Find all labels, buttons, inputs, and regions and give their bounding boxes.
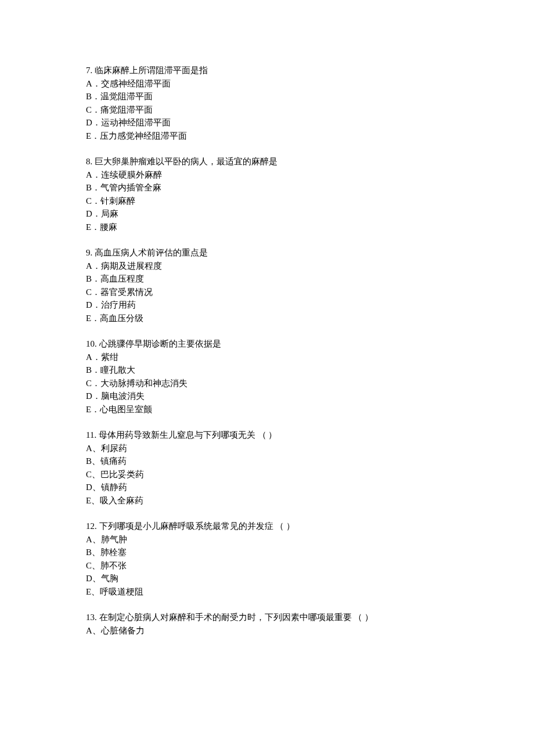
question-text: 下列哪项是小儿麻醉呼吸系统最常见的并发症 （ ） <box>99 521 295 531</box>
question-stem: 13. 在制定心脏病人对麻醉和手术的耐受力时，下列因素中哪项最重要 （ ） <box>86 611 448 624</box>
question-stem: 9. 高血压病人术前评估的重点是 <box>86 246 448 260</box>
question-number: 11. <box>86 430 96 440</box>
question-option: D、气胸 <box>86 572 448 585</box>
question-stem: 7. 临床麻醉上所谓阻滞平面是指 <box>86 64 448 77</box>
question-number: 8. <box>86 157 92 166</box>
question-option: E．压力感觉神经阻滞平面 <box>86 129 448 143</box>
question-number: 9. <box>86 248 92 257</box>
question-stem: 10. 心跳骤停早期诊断的主要依据是 <box>86 337 448 351</box>
question-number: 7. <box>86 66 92 75</box>
question-stem: 12. 下列哪项是小儿麻醉呼吸系统最常见的并发症 （ ） <box>86 520 448 533</box>
question-number: 10. <box>86 339 97 348</box>
question-option: E、呼吸道梗阻 <box>86 585 448 599</box>
question-text: 母体用药导致新生儿窒息与下列哪项无关 （ ） <box>99 430 277 440</box>
question-stem: 8. 巨大卵巢肿瘤难以平卧的病人，最适宜的麻醉是 <box>86 155 448 168</box>
question-11: 11. 母体用药导致新生儿窒息与下列哪项无关 （ ） A、利尿药 B、镇痛药 C… <box>86 429 448 507</box>
question-option: B．气管内插管全麻 <box>86 181 448 195</box>
question-option: B、镇痛药 <box>86 455 448 468</box>
question-stem: 11. 母体用药导致新生儿窒息与下列哪项无关 （ ） <box>86 429 448 442</box>
question-option: A．病期及进展程度 <box>86 260 448 273</box>
question-option: A、心脏储备力 <box>86 624 448 638</box>
question-text: 在制定心脏病人对麻醉和手术的耐受力时，下列因素中哪项最重要 （ ） <box>99 613 374 622</box>
question-option: C、巴比妥类药 <box>86 468 448 481</box>
question-option: B．温觉阻滞平面 <box>86 90 448 103</box>
question-number: 13. <box>86 613 97 622</box>
question-text: 临床麻醉上所谓阻滞平面是指 <box>95 66 208 75</box>
question-option: B．高血压程度 <box>86 272 448 286</box>
question-option: A．紫绀 <box>86 351 448 364</box>
question-option: A．连续硬膜外麻醉 <box>86 168 448 182</box>
question-option: D．脑电波消失 <box>86 390 448 403</box>
question-option: D．运动神经阻滞平面 <box>86 116 448 129</box>
question-option: C．针刺麻醉 <box>86 195 448 208</box>
question-option: D、镇静药 <box>86 481 448 494</box>
question-option: C．痛觉阻滞平面 <box>86 103 448 117</box>
question-9: 9. 高血压病人术前评估的重点是 A．病期及进展程度 B．高血压程度 C．器官受… <box>86 246 448 325</box>
question-option: D．局麻 <box>86 207 448 221</box>
question-option: E、吸入全麻药 <box>86 494 448 507</box>
question-option: B、肺栓塞 <box>86 546 448 559</box>
question-12: 12. 下列哪项是小儿麻醉呼吸系统最常见的并发症 （ ） A、肺气肿 B、肺栓塞… <box>86 520 448 598</box>
question-10: 10. 心跳骤停早期诊断的主要依据是 A．紫绀 B．瞳孔散大 C．大动脉搏动和神… <box>86 337 448 416</box>
question-option: E．心电图呈室颤 <box>86 403 448 416</box>
question-text: 心跳骤停早期诊断的主要依据是 <box>99 339 221 348</box>
question-text: 巨大卵巢肿瘤难以平卧的病人，最适宜的麻醉是 <box>95 157 277 166</box>
question-number: 12. <box>86 521 97 531</box>
question-option: C．大动脉搏动和神志消失 <box>86 377 448 390</box>
question-7: 7. 临床麻醉上所谓阻滞平面是指 A．交感神经阻滞平面 B．温觉阻滞平面 C．痛… <box>86 64 448 142</box>
question-option: A．交感神经阻滞平面 <box>86 77 448 91</box>
document-page: 7. 临床麻醉上所谓阻滞平面是指 A．交感神经阻滞平面 B．温觉阻滞平面 C．痛… <box>0 0 534 756</box>
question-option: E．腰麻 <box>86 221 448 234</box>
question-option: D．治疗用药 <box>86 298 448 312</box>
question-option: A、肺气肿 <box>86 533 448 546</box>
question-13: 13. 在制定心脏病人对麻醉和手术的耐受力时，下列因素中哪项最重要 （ ） A、… <box>86 611 448 637</box>
question-text: 高血压病人术前评估的重点是 <box>95 248 208 257</box>
question-8: 8. 巨大卵巢肿瘤难以平卧的病人，最适宜的麻醉是 A．连续硬膜外麻醉 B．气管内… <box>86 155 448 233</box>
question-option: A、利尿药 <box>86 442 448 455</box>
question-option: C．器官受累情况 <box>86 286 448 299</box>
question-option: C、肺不张 <box>86 559 448 573</box>
question-option: B．瞳孔散大 <box>86 363 448 377</box>
question-option: E．高血压分级 <box>86 312 448 325</box>
